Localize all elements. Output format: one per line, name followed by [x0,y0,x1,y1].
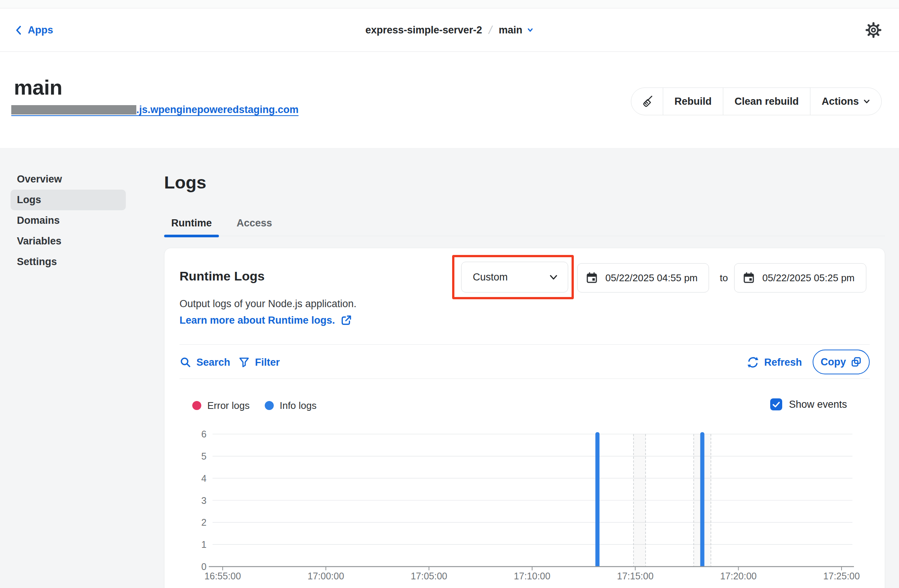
environment-action-group: Rebuild Clean rebuild Actions [631,88,882,115]
filter-button[interactable]: Filter [238,356,280,369]
runtime-logs-card: Runtime Logs Custom 05/22/2025 04:55 pm … [164,248,885,588]
error-logs-label: Error logs [207,400,250,412]
runtime-logs-chart: 012345616:55:0017:00:0017:05:0017:10:001… [164,424,885,588]
svg-text:5: 5 [201,451,207,461]
time-range-value: Custom [473,272,549,283]
chevron-down-icon [527,27,534,33]
date-from-input[interactable]: 05/22/2025 04:55 pm [577,263,709,293]
broom-icon [640,95,654,108]
clean-rebuild-button[interactable]: Clean rebuild [723,88,810,115]
breadcrumb: express-simple-server-2 / main [365,24,534,36]
date-to-input[interactable]: 05/22/2025 05:25 pm [734,263,867,293]
copy-icon [851,357,862,367]
svg-text:0: 0 [201,561,207,572]
environment-selector[interactable]: main [499,25,534,36]
error-logs-dot [192,401,201,410]
svg-text:6: 6 [201,429,207,439]
svg-text:3: 3 [201,495,207,506]
back-to-apps-link[interactable]: Apps [15,25,53,36]
svg-text:17:00:00: 17:00:00 [307,571,344,581]
legend-item-info-logs: Info logs [265,400,317,412]
search-label: Search [196,357,230,368]
search-button[interactable]: Search [179,356,230,369]
learn-more-link[interactable]: Learn more about Runtime logs. [179,314,352,326]
info-logs-dot [265,401,274,410]
svg-text:2: 2 [201,517,207,528]
environment-title: main [14,75,62,99]
svg-text:17:20:00: 17:20:00 [720,571,757,581]
info-logs-label: Info logs [280,400,317,412]
refresh-button[interactable]: Refresh [746,356,802,369]
settings-gear-button[interactable] [865,21,882,39]
divider [179,378,870,379]
time-range-select[interactable]: Custom [461,262,568,293]
copy-label: Copy [820,357,846,368]
sidebar-item-logs[interactable]: Logs [11,190,126,210]
app-hero-section: main .js.wpenginepoweredstaging.com [0,52,899,148]
filter-funnel-icon [238,357,250,368]
checkmark-icon [771,400,781,409]
sidebar-item-domains[interactable]: Domains [11,210,126,231]
svg-text:4: 4 [201,473,207,484]
divider [179,344,870,345]
svg-text:17:15:00: 17:15:00 [617,571,653,581]
show-events-checkbox[interactable] [770,398,782,411]
back-label: Apps [28,25,53,36]
runtime-logs-chart-container: 012345616:55:0017:00:0017:05:0017:10:001… [164,424,885,588]
rebuild-button[interactable]: Rebuild [663,88,723,115]
tab-runtime[interactable]: Runtime [164,210,219,236]
external-link-icon [340,314,352,326]
sidebar-item-settings[interactable]: Settings [11,252,126,272]
back-chevron-icon [15,25,23,35]
browser-top-strip [0,0,899,8]
search-icon [179,357,192,368]
chevron-down-icon [549,273,558,281]
svg-text:17:05:00: 17:05:00 [411,571,447,581]
sidebar-nav: Overview Logs Domains Variables Settings [11,169,126,272]
actions-menu-button[interactable]: Actions [810,88,881,115]
environment-url-text: .js.wpenginepoweredstaging.com [136,105,298,114]
svg-text:1: 1 [201,539,207,550]
chart-legend: Error logs Info logs [192,400,317,411]
environment-name: main [499,25,522,36]
learn-more-label: Learn more about Runtime logs. [179,315,335,326]
breadcrumb-app-name: express-simple-server-2 [365,25,482,36]
breadcrumb-separator: / [487,24,493,36]
sidebar-item-variables[interactable]: Variables [11,231,126,252]
show-events-label: Show events [789,399,847,411]
filter-label: Filter [255,357,280,368]
logs-tabs: Runtime Access [164,210,885,236]
runtime-logs-description: Output logs of your Node.js application. [179,298,356,310]
svg-text:17:10:00: 17:10:00 [514,571,550,581]
date-from-value: 05/22/2025 04:55 pm [606,272,698,284]
refresh-icon [746,356,759,369]
environment-url-link[interactable]: .js.wpenginepoweredstaging.com [11,105,298,116]
runtime-logs-title: Runtime Logs [179,269,265,284]
copy-button[interactable]: Copy [812,350,870,374]
gear-icon [865,22,882,39]
clean-cache-button[interactable] [631,88,663,115]
chevron-down-icon [863,99,870,104]
show-events-control: Show events [770,398,847,411]
refresh-label: Refresh [764,357,802,368]
sidebar-item-overview[interactable]: Overview [11,169,126,190]
top-navigation-bar: Apps express-simple-server-2 / main [0,9,899,52]
calendar-icon [586,272,598,284]
tab-access[interactable]: Access [229,210,280,236]
date-to-value: 05/22/2025 05:25 pm [762,272,855,284]
page-title: Logs [164,172,206,193]
svg-text:17:25:00: 17:25:00 [823,571,860,581]
legend-item-error-logs: Error logs [192,400,250,412]
redacted-url-segment [11,105,136,114]
date-range-to-label: to [714,263,734,293]
calendar-icon [743,272,755,284]
app-screen: Apps express-simple-server-2 / main [0,0,899,588]
svg-text:16:55:00: 16:55:00 [204,571,241,581]
actions-menu-label: Actions [822,96,859,107]
